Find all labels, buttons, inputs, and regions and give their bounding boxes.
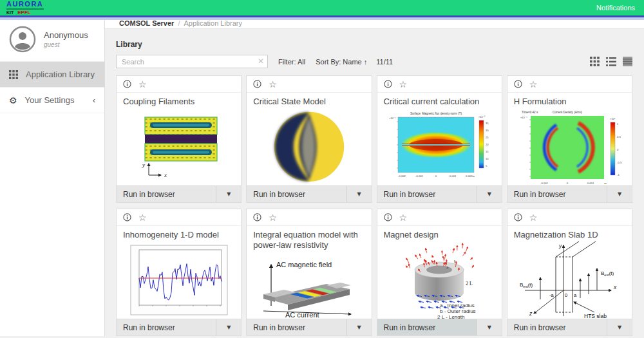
search-input[interactable] (116, 55, 268, 68)
run-options-dropdown[interactable]: ▼ (607, 186, 632, 202)
sidebar-item-label: Your Settings (25, 95, 75, 105)
app-thumbnail: y x (117, 108, 241, 185)
sidebar-item-label: Application Library (26, 70, 95, 79)
run-in-browser-button[interactable]: Run in browser (247, 186, 346, 202)
notifications-link[interactable]: Notifications (596, 4, 635, 12)
favorite-star-icon[interactable]: ☆ (269, 213, 277, 222)
run-in-browser-button[interactable]: Run in browser (247, 319, 346, 335)
app-title: Magnetization Slab 1D (507, 226, 632, 241)
svg-text:35: 35 (486, 122, 489, 125)
legend-line: a - Inner radius (440, 303, 475, 308)
favorite-star-icon[interactable]: ☆ (138, 213, 147, 222)
svg-text:m: m (605, 182, 607, 185)
sort-label: Sort By: Name (316, 58, 362, 66)
field-label: AC magnetic field (276, 261, 332, 268)
run-in-browser-button[interactable]: Run in browser (377, 186, 477, 202)
b-ext-label-right: Bext(t) (601, 270, 614, 277)
aurora-logo[interactable]: AURORA KIT EPFL (6, 1, 44, 15)
app-title: Magnet design (377, 226, 502, 241)
legend-line: b - Outer radius (440, 308, 476, 314)
run-options-dropdown[interactable]: ▼ (216, 186, 241, 202)
caret-down-icon: ▼ (618, 324, 621, 330)
main-panel: COMSOL Server / Application Library Libr… (105, 17, 644, 336)
breadcrumb-root[interactable]: COMSOL Server (119, 19, 174, 27)
favorite-star-icon[interactable]: ☆ (269, 80, 277, 89)
page-title: Library (116, 40, 632, 49)
app-thumbnail: Time=0.42 s Current Density (A/m²) ×10⁻⁴ (507, 108, 632, 185)
info-icon[interactable] (253, 80, 261, 88)
grid-view-icon[interactable] (590, 57, 600, 66)
run-in-browser-button[interactable]: Run in browser (117, 186, 216, 202)
run-options-dropdown[interactable]: ▼ (347, 319, 372, 335)
app-card-magnetization-slab-1d[interactable]: ☆ Magnetization Slab 1D (507, 209, 632, 336)
filter-control[interactable]: Filter: All (278, 58, 305, 66)
search-clear-icon[interactable]: ✕ (258, 57, 264, 66)
info-icon[interactable] (123, 80, 131, 88)
app-card-h-formulation[interactable]: ☆ H Formulation (507, 75, 632, 203)
svg-text:0.001: 0.001 (587, 182, 594, 185)
favorite-star-icon[interactable]: ☆ (138, 80, 147, 89)
app-thumbnail (117, 241, 241, 319)
svg-text:20: 20 (486, 143, 489, 146)
run-in-browser-button[interactable]: Run in browser (507, 186, 607, 202)
sidebar-item-your-settings[interactable]: ⚙ Your Settings ‹ (0, 87, 104, 113)
favorite-star-icon[interactable]: ☆ (529, 80, 538, 89)
svg-text:1: 1 (617, 122, 619, 126)
user-panel: Anonymous guest (0, 17, 104, 61)
run-options-dropdown[interactable]: ▼ (607, 319, 632, 335)
app-card-magnet-design[interactable]: ☆ Magnet design (377, 209, 502, 336)
favorite-star-icon[interactable]: ☆ (399, 213, 408, 222)
svg-text:0: 0 (617, 148, 619, 151)
breadcrumb: COMSOL Server / Application Library (105, 17, 644, 29)
app-card-coupling-filaments[interactable]: ☆ Coupling Filaments (116, 75, 242, 203)
app-title: Inhomogeneity 1-D model (117, 226, 241, 241)
app-thumbnail: AC magnetic field AC current (247, 252, 371, 319)
sort-direction-icon[interactable]: ↑ (364, 58, 368, 66)
info-icon[interactable] (384, 80, 392, 88)
favorite-star-icon[interactable]: ☆ (529, 213, 538, 222)
info-icon[interactable] (384, 213, 392, 221)
info-icon[interactable] (514, 213, 522, 221)
sidebar-item-application-library[interactable]: Application Library (0, 61, 104, 87)
breadcrumb-separator: / (178, 19, 180, 27)
sidebar: Anonymous guest Application Library ⚙ Yo… (0, 17, 105, 336)
axis-x-label: x (164, 172, 167, 178)
run-options-dropdown[interactable]: ▼ (477, 319, 502, 335)
gear-icon: ⚙ (9, 96, 17, 105)
caret-down-icon: ▼ (488, 324, 491, 330)
info-icon[interactable] (123, 213, 131, 221)
app-thumbnail: Surface: Magnetic flux density norm (T) … (377, 108, 502, 185)
run-options-dropdown[interactable]: ▼ (216, 319, 241, 335)
app-title: H Formulation (507, 93, 632, 108)
info-icon[interactable] (514, 80, 522, 88)
collapse-chevron-icon[interactable]: ‹ (93, 95, 95, 105)
run-in-browser-button[interactable]: Run in browser (117, 319, 216, 335)
app-title: Integral equation model with power-law r… (247, 226, 371, 252)
run-options-dropdown[interactable]: ▼ (347, 186, 372, 202)
sort-control[interactable]: Sort By: Name ↑ (316, 58, 367, 66)
app-card-inhomogeneity-1d-model[interactable]: ☆ Inhomogeneity 1-D model (116, 209, 242, 336)
svg-text:10: 10 (486, 157, 489, 160)
favorite-star-icon[interactable]: ☆ (399, 80, 408, 89)
tick-pos-a: a (574, 292, 577, 298)
run-in-browser-button[interactable]: Run in browser (377, 319, 477, 335)
detail-view-icon[interactable] (623, 57, 632, 66)
list-view-icon[interactable] (606, 57, 616, 66)
y-axis-exponent: ×10⁻⁴ (520, 116, 527, 119)
run-options-dropdown[interactable]: ▼ (477, 186, 502, 202)
app-thumbnail: x y z -a 0 a Bext(t) Bext(t) HTS slab (507, 241, 632, 319)
run-in-browser-button[interactable]: Run in browser (507, 319, 607, 335)
mark-2l: 2 L (466, 281, 473, 286)
app-card-critical-state-model[interactable]: ☆ Critical State Model (246, 75, 372, 203)
plot-title: Current Density (A/m²) (553, 111, 582, 114)
user-role: guest (44, 41, 88, 48)
info-icon[interactable] (253, 213, 261, 221)
axis-y-label: y (142, 162, 145, 168)
caret-down-icon: ▼ (227, 324, 231, 330)
svg-text:5: 5 (486, 164, 488, 167)
svg-text:15: 15 (486, 150, 489, 153)
logo-brand: AURORA (6, 1, 44, 8)
grid-icon (9, 70, 18, 79)
app-card-critical-current-calculation[interactable]: ☆ Critical current calculation (377, 75, 502, 203)
app-card-integral-equation-model[interactable]: ☆ Integral equation model with power-law… (246, 209, 372, 336)
